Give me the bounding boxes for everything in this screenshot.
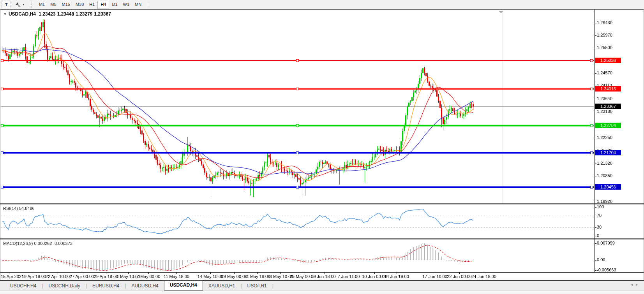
price-axis-label: 1.19920: [597, 199, 612, 204]
chart-tab-bar: USDCHF,H4|USDCNH,Daily|EURUSD,H4|AUDUSD,…: [0, 280, 644, 290]
price-axis-label: 1.26430: [597, 20, 612, 25]
time-axis-label: 22 Apr 10:00: [46, 274, 70, 279]
quote-low: 1.23279: [76, 11, 92, 17]
rsi-label: RSI(14) 54.8486: [3, 206, 35, 211]
tab-usoil-h1[interactable]: USOil,H1: [242, 281, 272, 290]
price-level-badge: 1.24013: [595, 86, 621, 92]
macd-label: MACD(12,26,9) 0.000262 -0.000373: [3, 241, 72, 246]
time-axis-label: 11 May 18:00: [164, 274, 189, 279]
indicator-axis-label: 30: [597, 225, 602, 229]
status-bar: [0, 290, 644, 294]
price-level-badge: 1.20456: [595, 184, 621, 190]
time-axis-label: 7 Jun 11:00: [338, 274, 360, 279]
tab-separator: |: [272, 283, 273, 289]
time-axis-label: 26 May 10:00: [267, 274, 293, 279]
indicator-axis-label: 0.00: [597, 257, 605, 262]
chart-title: ▼USDCAD,H4 1.234231.234481.232791.23367: [4, 11, 113, 17]
time-axis-label: 24 Jun 18:00: [471, 274, 496, 279]
time-axis-label: 19 Apr 19:00: [22, 274, 46, 279]
tab-xauusd-h1[interactable]: XAUUSD,H1: [203, 281, 241, 290]
indicator-axis-label: 0.007959: [597, 241, 615, 245]
chart-symbol: USDCAD,H4: [9, 11, 36, 17]
timeframe-button-m5[interactable]: M5: [48, 1, 59, 8]
tab-usdchf-h4[interactable]: USDCHF,H4: [5, 281, 42, 290]
price-axis-label: 1.25500: [597, 45, 612, 50]
time-axis-label: 27 Apr 00:00: [70, 274, 94, 279]
time-axis-label: 19 May 00:00: [221, 274, 247, 279]
timeframe-button-m15[interactable]: M15: [59, 1, 73, 8]
time-axis-label: 10 Jun 00:00: [362, 274, 387, 279]
arrows-tool-button[interactable]: ▼: [13, 1, 27, 8]
time-axis-label: 21 May 18:00: [244, 274, 270, 279]
price-level-badge: 1.23367: [595, 104, 621, 109]
timeframe-button-h1[interactable]: H1: [86, 1, 97, 8]
timeframe-button-h4[interactable]: H4: [97, 1, 109, 9]
price-axis-label: 1.23180: [597, 109, 612, 114]
price-level-badge: 1.25036: [595, 58, 621, 63]
time-axis-label: 15 Apr 2021: [1, 274, 24, 279]
indicator-axis-label: 70: [597, 213, 602, 218]
timeframe-button-m30[interactable]: M30: [73, 1, 86, 8]
toolbar-separator: [149, 2, 149, 8]
arrows-icon: [15, 2, 21, 7]
indicator-axis-label: 0: [597, 233, 599, 238]
text-tool-button[interactable]: T: [2, 1, 11, 8]
symbol-dropdown-icon[interactable]: ▼: [4, 12, 7, 16]
price-axis-label: 1.21320: [597, 161, 612, 165]
time-axis-label: 29 May 00:00: [290, 274, 316, 279]
indicator-axis-label: 100: [597, 204, 604, 209]
tab-audusd-h4[interactable]: AUDUSD,H4: [126, 281, 164, 290]
chart-tabs: USDCHF,H4|USDCNH,Daily|EURUSD,H4|AUDUSD,…: [5, 281, 273, 290]
mt4-terminal: T ▼ M1M5M15M30H1H4D1W1MN ▼USDCAD,H4 1.23…: [0, 0, 644, 294]
time-axis-label: 7 May 00:00: [137, 274, 161, 279]
quote-high: 1.23448: [57, 11, 74, 17]
timeframe-button-mn[interactable]: MN: [132, 1, 144, 8]
top-toolbar: T ▼ M1M5M15M30H1H4D1W1MN: [0, 0, 644, 9]
price-axis-label: 1.22250: [597, 135, 612, 140]
price-level-badge: 1.22704: [595, 123, 621, 128]
toolbar-grip: [31, 2, 33, 8]
time-axis-label: 2 Jun 18:00: [313, 274, 336, 279]
indicator-axis-label: -0.005663: [597, 268, 616, 272]
timeframe-button-d1[interactable]: D1: [109, 1, 120, 8]
time-axis-label: 17 Jun 10:00: [422, 274, 447, 279]
tab-scroll-controls: ◂▸: [631, 282, 641, 287]
time-axis-label: 22 Jun 00:00: [447, 274, 472, 279]
chart-canvas[interactable]: [0, 0, 644, 294]
timeframe-button-m1[interactable]: M1: [36, 1, 48, 8]
tab-scroll-right-icon[interactable]: ▸: [636, 282, 641, 287]
price-axis-label: 1.25970: [597, 33, 612, 37]
price-axis-label: 1.20850: [597, 173, 612, 178]
tab-scroll-left-icon[interactable]: ◂: [631, 282, 636, 287]
price-axis-label: 1.24570: [597, 70, 612, 75]
tab-eurusd-h4[interactable]: EURUSD,H4: [87, 281, 125, 290]
timeframe-button-w1[interactable]: W1: [120, 1, 132, 8]
quote-close: 1.23367: [94, 11, 111, 17]
price-axis-label: 1.23640: [597, 96, 612, 101]
price-level-badge: 1.21704: [595, 150, 621, 155]
time-axis-label: 14 Jun 19:00: [384, 274, 409, 279]
tab-usdcad-h4[interactable]: USDCAD,H4: [164, 280, 203, 290]
timeframe-button-group: M1M5M15M30H1H4D1W1MN: [36, 0, 144, 9]
quote-open: 1.23423: [39, 11, 55, 17]
time-axis-label: 29 Apr 18:00: [94, 274, 118, 279]
time-axis-label: 14 May 10:00: [198, 274, 224, 279]
tab-usdcnh-daily[interactable]: USDCNH,Daily: [43, 281, 85, 290]
dropdown-caret-icon: ▼: [22, 3, 25, 6]
